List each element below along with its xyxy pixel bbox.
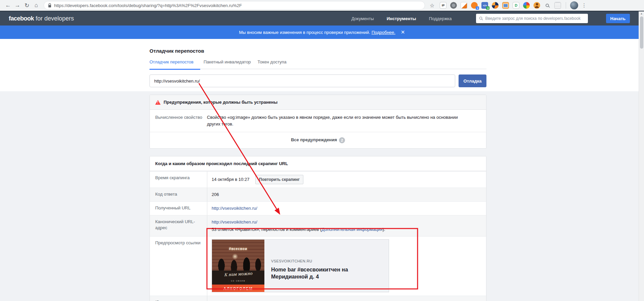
debugger-tabs: Отладчик перепостов Пакетный инвалидатор… bbox=[149, 59, 486, 69]
toolbar-divider bbox=[566, 2, 566, 9]
page-title: Отладчик перепостов bbox=[149, 39, 486, 54]
row-label: Канонический URL-адрес bbox=[150, 215, 207, 236]
scrollbar-up-arrow[interactable]: ▲ bbox=[640, 12, 643, 15]
warning-row-value: Свойство «og:image» должно быть указано … bbox=[207, 114, 481, 128]
addon-extension-badge: + bbox=[476, 6, 479, 10]
search-icon bbox=[479, 16, 483, 20]
notes-extension-icon[interactable] bbox=[461, 2, 467, 9]
banner-close-icon[interactable]: ✕ bbox=[401, 29, 405, 35]
row-label: Полученный URL bbox=[150, 202, 207, 215]
warnings-card: ! Предупреждения, которые должны быть ус… bbox=[149, 95, 486, 149]
header-search-input[interactable] bbox=[485, 16, 585, 21]
server-ip-value: 5.101.152.59 bbox=[207, 296, 486, 301]
fetched-url-link[interactable]: http://vsesvoikitchen.ru/ bbox=[212, 206, 257, 211]
warnings-count-badge: 2 bbox=[339, 137, 345, 143]
devtools-extension-badge: 3 bbox=[486, 6, 489, 10]
preview-text-block: VSESVOIKITCHEN.RU Home bar #всесвоикитче… bbox=[264, 240, 388, 292]
preview-image: #всесвои К нам можно · СО СВОИМ · АЛКОГО… bbox=[212, 240, 264, 292]
browser-profile-avatar[interactable] bbox=[570, 1, 578, 9]
canonical-url-link[interactable]: http://vsesvoikitchen.ru/ bbox=[212, 219, 257, 224]
tab-batch-invalidator[interactable]: Пакетный инвалидатор bbox=[200, 59, 254, 69]
warning-row: Вычисленное свойство Свойство «og:image»… bbox=[150, 110, 486, 132]
preview-title: Home bar #всесвоикитчен на Меридианной д… bbox=[271, 266, 384, 280]
page-scrollbar[interactable]: ▲ bbox=[639, 11, 644, 301]
debug-button[interactable]: Отладка bbox=[459, 74, 486, 87]
row-label: IP-адрес сервера bbox=[150, 296, 207, 301]
wheel-extension-icon[interactable] bbox=[450, 2, 457, 9]
warning-icon: ! bbox=[155, 100, 161, 105]
debugger-form-section: Отладчик перепостов Отладчик перепостов … bbox=[0, 39, 644, 91]
address-bar[interactable]: https://developers.facebook.com/tools/de… bbox=[44, 1, 425, 10]
link-preview-card[interactable]: #всесвои К нам можно · СО СВОИМ · АЛКОГО… bbox=[212, 239, 389, 292]
table-row-response-code: Код ответа 206 bbox=[150, 188, 486, 201]
all-warnings-toggle[interactable]: Все предупреждения2 bbox=[150, 132, 486, 148]
addon-extension-icon[interactable]: + bbox=[471, 2, 478, 9]
reload-icon[interactable]: ↻ bbox=[22, 1, 32, 10]
lock-icon bbox=[48, 3, 51, 8]
home-icon[interactable]: ⌂ bbox=[32, 1, 41, 10]
browser-menu-icon[interactable]: ⋮ bbox=[582, 2, 587, 8]
scrollbar-thumb[interactable] bbox=[640, 16, 643, 49]
nav-item-support[interactable]: Поддержка bbox=[429, 16, 452, 21]
screenshot-extension-icon[interactable] bbox=[502, 2, 509, 9]
table-row-link-preview: Предпросмотр ссылки #всесвои К нам можно… bbox=[150, 236, 486, 296]
preview-image-line3: АЛКОГОЛЕМ bbox=[212, 285, 264, 292]
preview-image-caption-block: К нам можно · СО СВОИМ · АЛКОГОЛЕМ bbox=[212, 270, 264, 292]
rescrape-button[interactable]: Повторить скрапинг bbox=[255, 175, 303, 184]
engagement-summary: 53 отметок «Нравится», перепостов и комм… bbox=[212, 226, 481, 233]
forward-icon[interactable]: → bbox=[13, 1, 22, 10]
scrape-header-text: Когда и каким образом происходил последн… bbox=[155, 161, 288, 166]
colors-extension-icon[interactable] bbox=[523, 2, 530, 9]
tab-access-token[interactable]: Токен доступа bbox=[254, 59, 290, 69]
tab-sharing-debugger[interactable]: Отладчик перепостов bbox=[149, 59, 200, 69]
debug-input-row: Отладка bbox=[149, 74, 486, 87]
notepad-extension-icon[interactable] bbox=[554, 2, 561, 9]
row-label: Время скрапинга bbox=[150, 171, 207, 188]
table-row-fetched-url: Полученный URL http://vsesvoikitchen.ru/ bbox=[150, 201, 486, 215]
logo-for-developers-text: for developers bbox=[34, 15, 74, 22]
devtools-extension-icon[interactable]: </>3 bbox=[481, 2, 488, 9]
banner-more-link[interactable]: Подробнее. bbox=[372, 30, 395, 35]
row-value: 14 октября в 10:27 Повторить скрапинг bbox=[207, 171, 486, 188]
nav-item-tools[interactable]: Инструменты bbox=[387, 16, 416, 21]
ip-extension-label: IP bbox=[442, 4, 445, 7]
magnifier-extension-icon[interactable] bbox=[544, 2, 551, 9]
row-label: Предпросмотр ссылки bbox=[150, 237, 207, 296]
fb-developers-header: facebook for developers Документы Инстру… bbox=[0, 11, 644, 26]
preview-domain: VSESVOIKITCHEN.RU bbox=[271, 258, 384, 264]
get-started-button[interactable]: Начать bbox=[606, 14, 630, 23]
table-row-scrape-time: Время скрапинга 14 октября в 10:27 Повто… bbox=[150, 171, 486, 188]
table-row-canonical-url: Канонический URL-адрес http://vsesvoikit… bbox=[150, 215, 486, 236]
debug-url-input[interactable] bbox=[149, 74, 455, 87]
extensions-row: IP + </>3 D bbox=[440, 2, 561, 9]
more-info-link[interactable]: Дополнительная информация bbox=[321, 227, 383, 232]
header-search-box[interactable] bbox=[476, 14, 588, 23]
fb-header-nav: Документы Инструменты Поддержка Начать bbox=[351, 14, 635, 23]
back-icon[interactable]: ← bbox=[3, 1, 13, 10]
banner-text: Мы вносим важные изменения в процесс про… bbox=[239, 30, 370, 35]
ip-extension-icon[interactable]: IP bbox=[440, 2, 446, 9]
results-section: ! Предупреждения, которые должны быть ус… bbox=[0, 91, 644, 301]
person-extension-icon[interactable] bbox=[533, 2, 540, 9]
fb-developers-logo[interactable]: facebook for developers bbox=[9, 15, 74, 22]
preview-image-bar-scene bbox=[212, 240, 264, 272]
announcement-banner: Мы вносим важные изменения в процесс про… bbox=[0, 26, 644, 39]
scrape-info-card: Когда и каким образом происходил последн… bbox=[149, 156, 486, 301]
table-row-server-ip: IP-адрес сервера 5.101.152.59 bbox=[150, 296, 486, 301]
warnings-header-text: Предупреждения, которые должны быть устр… bbox=[164, 100, 277, 105]
preview-image-line2: · СО СВОИМ · bbox=[212, 278, 264, 284]
warnings-card-header: ! Предупреждения, которые должны быть ус… bbox=[150, 95, 486, 110]
swirl-extension-icon[interactable] bbox=[492, 2, 499, 9]
preview-image-neon-sign-text: #всесвои bbox=[212, 246, 264, 252]
browser-toolbar: ← → ↻ ⌂ https://developers.facebook.com/… bbox=[0, 0, 644, 11]
response-code-value: 206 bbox=[207, 188, 486, 201]
warning-row-label: Вычисленное свойство bbox=[155, 114, 207, 128]
scrape-time-value: 14 октября в 10:27 bbox=[212, 177, 249, 182]
scrape-card-header: Когда и каким образом происходил последн… bbox=[150, 156, 486, 171]
logo-facebook-text: facebook bbox=[9, 15, 34, 22]
bookmark-star-icon[interactable]: ☆ bbox=[430, 2, 434, 9]
d-extension-label: D bbox=[515, 3, 517, 7]
d-extension-icon[interactable]: D bbox=[513, 2, 519, 9]
row-label: Код ответа bbox=[150, 188, 207, 201]
nav-item-docs[interactable]: Документы bbox=[351, 16, 374, 21]
